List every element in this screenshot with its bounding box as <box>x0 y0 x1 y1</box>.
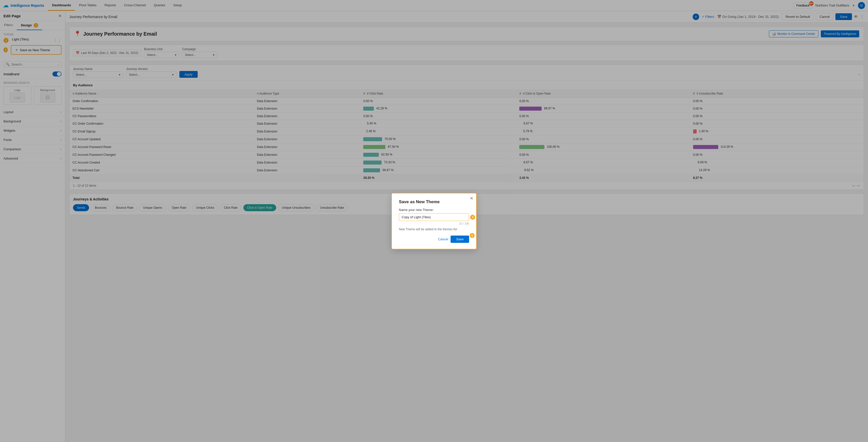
modal-input-label: Name your new Theme: <box>399 208 469 212</box>
modal-close-icon[interactable]: ✕ <box>470 196 473 201</box>
char-count: 21 / 100 <box>399 222 469 225</box>
theme-name-input[interactable] <box>399 213 469 221</box>
save-theme-modal: ✕ Save as New Theme Name your new Theme:… <box>391 193 477 249</box>
step-4-indicator: 4 <box>470 215 475 220</box>
modal-title: Save as New Theme <box>399 199 469 204</box>
step-5-indicator: 5 <box>470 233 475 238</box>
modal-save-button[interactable]: Save <box>451 235 469 243</box>
modal-input-container: 4 <box>399 213 469 222</box>
modal-cancel-button[interactable]: Cancel <box>438 237 448 241</box>
modal-save-container: Save 5 <box>451 235 469 243</box>
modal-actions: Cancel Save 5 <box>399 235 469 243</box>
modal-overlay[interactable]: ✕ Save as New Theme Name your new Theme:… <box>0 0 868 442</box>
modal-info-text: New Theme will be added to the themes li… <box>399 227 469 231</box>
